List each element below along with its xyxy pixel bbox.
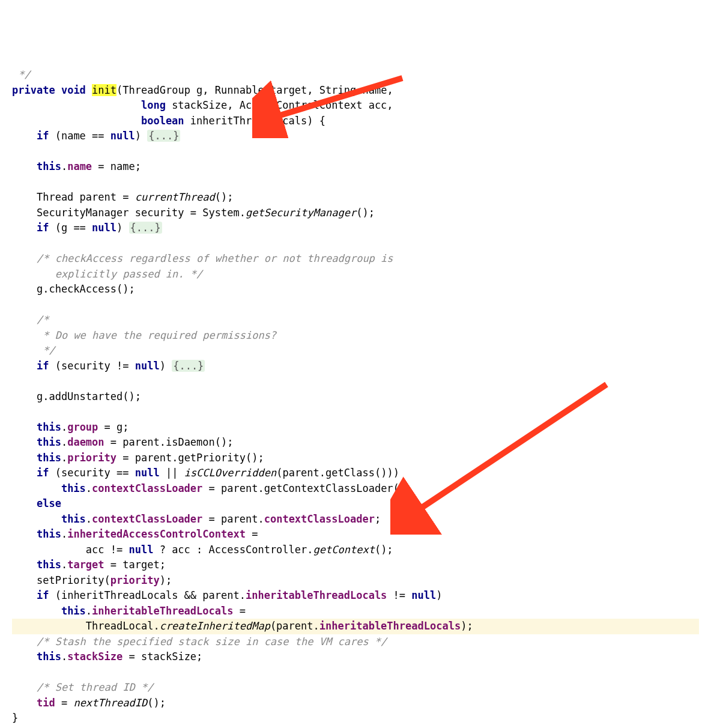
if-cc-c: ||	[160, 467, 184, 479]
if-sec-c: )	[160, 360, 172, 372]
if-cc-indent	[12, 467, 37, 479]
ccl2-end: ;	[375, 513, 381, 525]
setpri-b: );	[160, 574, 172, 586]
comment-2a: /*	[12, 314, 49, 326]
sig-2b: stackSize, AccessControlContext acc,	[166, 99, 393, 111]
kw-if-2: if	[37, 222, 49, 234]
kw-this-6: this	[61, 513, 86, 525]
if-itl-b: (inheritThreadLocals && parent.	[49, 589, 246, 601]
sig-1: (ThreadGroup g, Runnable target, String …	[116, 84, 393, 96]
assign-group: = g;	[98, 421, 129, 433]
kw-if-5: if	[37, 589, 49, 601]
field-itl-3: inheritableThreadLocals	[319, 620, 461, 632]
comment-3: /* Stash the specified stack size in cas…	[12, 635, 387, 648]
create-map: createInheritedMap	[160, 620, 270, 632]
kw-long: long	[141, 99, 166, 111]
stack-indent	[12, 651, 37, 663]
if-g-c: )	[116, 222, 129, 234]
target-indent	[12, 559, 37, 571]
tid-indent	[12, 697, 37, 709]
dot-2: .	[61, 421, 67, 433]
field-priority-2: priority	[110, 574, 160, 586]
field-ccl-3: contextClassLoader	[264, 513, 375, 525]
group-indent	[12, 421, 37, 433]
kw-this-3: this	[37, 436, 61, 448]
if-g-b: (g ==	[49, 222, 92, 234]
kw-if-3: if	[37, 360, 49, 372]
field-stack: stackSize	[67, 651, 123, 663]
comment-2c: */	[12, 344, 55, 356]
sig-3a	[12, 115, 141, 127]
kw-else: else	[37, 497, 61, 509]
kw-this-1: this	[37, 160, 61, 172]
if-name-3: )	[135, 130, 147, 142]
field-group: group	[67, 421, 98, 433]
add-unstarted: g.addUnstarted();	[12, 390, 141, 402]
assign-priority: = parent.getPriority();	[116, 452, 264, 464]
iacc2-a: acc !=	[12, 544, 129, 556]
if-g-indent	[12, 222, 37, 234]
comment-1b: explicitly passed in. */	[12, 268, 202, 280]
dot-9: .	[86, 605, 92, 617]
comment-4: /* Set thread ID */	[12, 681, 153, 693]
ccl-indent	[12, 482, 61, 494]
sig-3b: inheritThreadLocals) {	[184, 115, 325, 127]
iacc2-c: ();	[375, 544, 393, 556]
priority-indent	[12, 452, 37, 464]
iacc-indent	[12, 528, 37, 540]
dot-5: .	[86, 482, 92, 494]
field-name: name	[67, 160, 92, 172]
sig-2a	[12, 99, 141, 111]
field-daemon: daemon	[67, 436, 104, 448]
kw-this-5: this	[61, 482, 86, 494]
get-context: getContext	[313, 544, 375, 556]
kw-void: void	[61, 84, 86, 96]
assign-name: = name;	[92, 160, 141, 172]
fold-3[interactable]: {...}	[172, 360, 205, 372]
itl3-b: (parent.	[270, 620, 319, 632]
dot-8: .	[61, 559, 67, 571]
comment-2b: * Do we have the required permissions?	[12, 329, 276, 341]
dot-6: .	[86, 513, 92, 525]
assign-stack: = stackSize;	[123, 651, 202, 663]
kw-null-1: null	[110, 130, 135, 142]
if-name-indent	[12, 130, 37, 142]
field-itl-1: inheritableThreadLocals	[246, 589, 387, 601]
kw-boolean: boolean	[141, 115, 184, 127]
iacc2-b: ? acc : AccessController.	[153, 544, 313, 556]
dot-10: .	[61, 651, 67, 663]
field-target: target	[67, 559, 104, 571]
fold-1[interactable]: {...}	[147, 130, 180, 142]
dot-1: .	[61, 160, 67, 172]
else-indent	[12, 497, 37, 509]
kw-this-9: this	[61, 605, 86, 617]
kw-if-1: if	[37, 130, 49, 142]
method-name: init	[92, 84, 116, 96]
field-itl-2: inheritableThreadLocals	[92, 605, 233, 617]
field-iacc: inheritedAccessControlContext	[67, 528, 246, 540]
dot-7: .	[61, 528, 67, 540]
kw-if-4: if	[37, 467, 49, 479]
daemon-indent	[12, 436, 37, 448]
if-itl-d: )	[436, 589, 442, 601]
itl3-c: );	[461, 620, 473, 632]
current-thread: currentThread	[135, 191, 215, 203]
fold-2[interactable]: {...}	[129, 222, 162, 234]
kw-null-5: null	[129, 544, 153, 556]
kw-null-6: null	[411, 589, 436, 601]
indent-this-name	[12, 160, 37, 172]
field-ccl: contextClassLoader	[92, 482, 202, 494]
kw-this-10: this	[37, 651, 61, 663]
setpri-a: setPriority(	[12, 574, 110, 586]
next-tid: nextThreadID	[73, 697, 147, 709]
itl2-indent	[12, 605, 61, 617]
check-access: g.checkAccess();	[12, 283, 135, 295]
if-sec-indent	[12, 360, 37, 372]
if-itl-indent	[12, 589, 37, 601]
kw-this-7: this	[37, 528, 61, 540]
kw-this-2: this	[37, 421, 61, 433]
code-editor: */ private void init(ThreadGroup g, Runn…	[12, 67, 699, 726]
get-sec-mgr: getSecurityManager	[246, 207, 356, 219]
thread-parent-a: Thread parent =	[12, 191, 135, 203]
thread-parent-b: ();	[215, 191, 234, 203]
